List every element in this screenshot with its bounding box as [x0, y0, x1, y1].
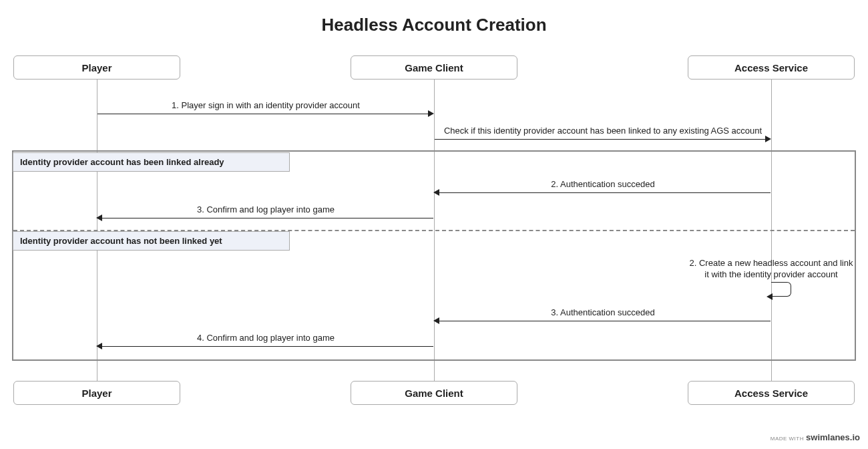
lane-game-client-top: Game Client	[351, 55, 517, 80]
label-m2b-line1: 2. Create a new headless account and lin…	[690, 258, 853, 268]
watermark: MADE WITH swimlanes.io	[771, 432, 860, 442]
label-m2b-line2: it with the identity provider account	[704, 269, 837, 279]
lane-player-bottom: Player	[13, 381, 180, 405]
watermark-pre: MADE WITH	[771, 436, 804, 442]
arrow-head-check	[765, 136, 771, 142]
label-m3a: 3. Confirm and log player into game	[97, 204, 434, 214]
lane-player-top: Player	[13, 55, 180, 80]
alt-label-1: Identity provider account has been linke…	[13, 152, 290, 172]
arrow-m3b	[439, 321, 771, 321]
arrow-m3a	[101, 218, 433, 218]
lane-access-service-bottom: Access Service	[688, 381, 855, 405]
label-m2a: 2. Authentication succeded	[435, 179, 771, 189]
diagram-title: Headless Account Creation	[0, 15, 868, 35]
label-m2b: 2. Create a new headless account and lin…	[688, 258, 855, 281]
sequence-diagram: Headless Account Creation Player Game Cl…	[0, 0, 868, 449]
arrow-check	[435, 139, 767, 140]
arrow-head-m2b	[767, 293, 773, 300]
lane-access-service-top: Access Service	[688, 55, 855, 80]
watermark-brand: swimlanes.io	[806, 432, 860, 442]
alt-label-2: Identity provider account has not been l…	[13, 231, 290, 251]
label-m3b: 3. Authentication succeded	[435, 307, 771, 317]
label-m1: 1. Player sign in with an identity provi…	[97, 100, 434, 110]
label-m4b: 4. Confirm and log player into game	[97, 333, 434, 343]
arrow-head-m3a	[96, 214, 102, 221]
arrow-head-m1	[428, 110, 434, 117]
arrow-m1	[97, 114, 429, 114]
arrow-head-m3b	[433, 317, 439, 324]
arrow-head-m2a	[433, 189, 439, 196]
lane-game-client-bottom: Game Client	[351, 381, 517, 405]
self-loop-m2b	[771, 282, 791, 297]
arrow-m4b	[101, 346, 433, 347]
label-check: Check if this identity provider account …	[435, 126, 771, 136]
arrow-m2a	[439, 192, 771, 193]
arrow-head-m4b	[96, 343, 102, 349]
